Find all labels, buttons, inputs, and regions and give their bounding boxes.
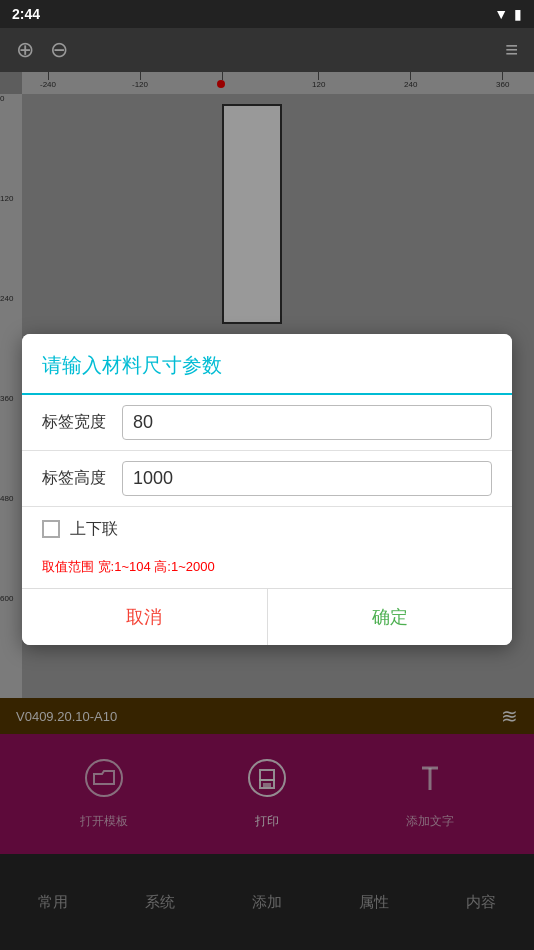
width-input[interactable] [122,405,492,440]
height-field-row: 标签高度 [22,451,512,507]
height-input[interactable] [122,461,492,496]
width-field-label: 标签宽度 [42,412,122,433]
checkbox-label: 上下联 [70,519,118,540]
wifi-icon: ▼ [494,6,508,22]
dialog-title: 请输入材料尺寸参数 [22,334,512,395]
dialog-body: 标签宽度 标签高度 上下联 取值范围 宽:1~104 高:1~2000 [22,395,512,588]
status-bar: 2:44 ▼ ▮ [0,0,534,28]
dialog-hint: 取值范围 宽:1~104 高:1~2000 [22,552,512,588]
status-time: 2:44 [12,6,40,22]
dialog-overlay: 请输入材料尺寸参数 标签宽度 标签高度 上下联 取值范围 宽:1~104 高:1… [0,28,534,950]
checkbox-row: 上下联 [22,507,512,552]
dialog: 请输入材料尺寸参数 标签宽度 标签高度 上下联 取值范围 宽:1~104 高:1… [22,334,512,645]
status-icons: ▼ ▮ [494,6,522,22]
height-field-label: 标签高度 [42,468,122,489]
cancel-button[interactable]: 取消 [22,589,268,645]
width-field-row: 标签宽度 [22,395,512,451]
confirm-button[interactable]: 确定 [268,589,513,645]
top-bottom-checkbox[interactable] [42,520,60,538]
dialog-actions: 取消 确定 [22,588,512,645]
battery-icon: ▮ [514,6,522,22]
